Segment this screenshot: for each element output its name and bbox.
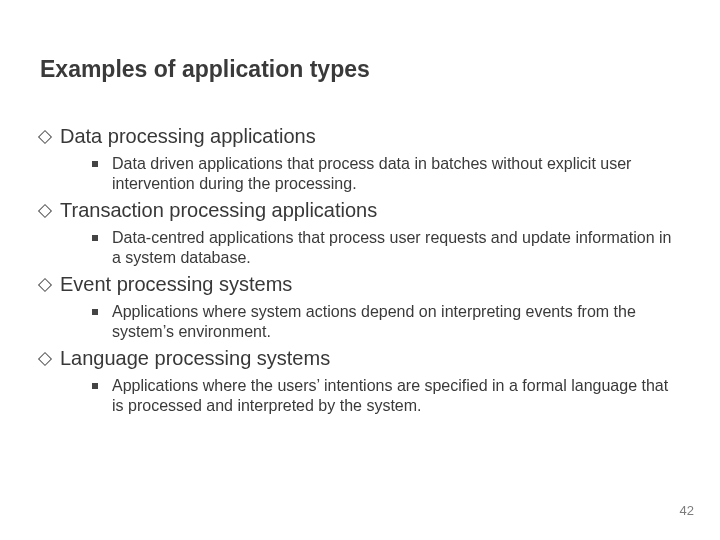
section-heading: Data processing applications — [40, 125, 680, 148]
section-item: Language processing systems Applications… — [40, 347, 680, 415]
sub-list: Applications where the users’ intentions… — [40, 376, 680, 415]
page-number: 42 — [680, 503, 694, 518]
sub-item: Data-centred applications that process u… — [92, 228, 680, 267]
sub-item-text: Data-centred applications that process u… — [112, 228, 680, 267]
sub-list: Data-centred applications that process u… — [40, 228, 680, 267]
section-item: Data processing applications Data driven… — [40, 125, 680, 193]
slide: Examples of application types Data proce… — [0, 0, 720, 540]
section-heading-text: Language processing systems — [60, 347, 330, 370]
section-heading-text: Data processing applications — [60, 125, 316, 148]
sub-item: Applications where the users’ intentions… — [92, 376, 680, 415]
sub-item: Data driven applications that process da… — [92, 154, 680, 193]
section-heading: Event processing systems — [40, 273, 680, 296]
sub-item: Applications where system actions depend… — [92, 302, 680, 341]
section-item: Event processing systems Applications wh… — [40, 273, 680, 341]
square-bullet-icon — [92, 309, 98, 315]
diamond-bullet-icon — [38, 130, 52, 144]
sub-item-text: Applications where the users’ intentions… — [112, 376, 680, 415]
section-heading-text: Transaction processing applications — [60, 199, 377, 222]
section-heading: Transaction processing applications — [40, 199, 680, 222]
sub-item-text: Data driven applications that process da… — [112, 154, 680, 193]
sub-list: Data driven applications that process da… — [40, 154, 680, 193]
diamond-bullet-icon — [38, 278, 52, 292]
section-heading: Language processing systems — [40, 347, 680, 370]
section-item: Transaction processing applications Data… — [40, 199, 680, 267]
diamond-bullet-icon — [38, 204, 52, 218]
section-heading-text: Event processing systems — [60, 273, 292, 296]
sub-list: Applications where system actions depend… — [40, 302, 680, 341]
sub-item-text: Applications where system actions depend… — [112, 302, 680, 341]
section-list: Data processing applications Data driven… — [40, 125, 680, 415]
square-bullet-icon — [92, 383, 98, 389]
square-bullet-icon — [92, 161, 98, 167]
square-bullet-icon — [92, 235, 98, 241]
diamond-bullet-icon — [38, 352, 52, 366]
slide-title: Examples of application types — [40, 56, 680, 83]
